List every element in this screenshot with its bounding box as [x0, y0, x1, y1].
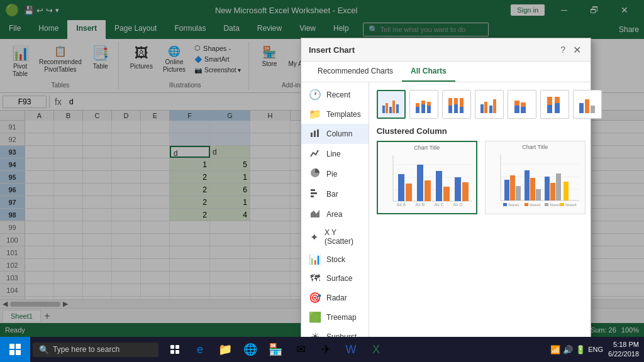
- svg-text:Ax C: Ax C: [434, 202, 443, 207]
- xy-icon: ✦: [309, 231, 319, 243]
- dialog-tab-recommended[interactable]: Recommended Charts: [309, 62, 402, 82]
- volume-icon[interactable]: 🔊: [563, 345, 573, 354]
- recent-icon: 🕐: [309, 89, 321, 101]
- svg-rect-13: [389, 107, 392, 113]
- taskbar-icons: e 📁 🌐 🏪 ✉ ✈ W X: [164, 338, 387, 361]
- taskbar-time-display: 5:18 PM: [608, 340, 639, 349]
- chart-right-panel: Clustered Column Chart Title: [369, 82, 609, 362]
- bar-label: Bar: [326, 190, 338, 199]
- chart-type-list: 🕐 Recent 📁 Templates Column Line: [301, 82, 369, 362]
- chart-type-area[interactable]: Area: [301, 204, 369, 224]
- svg-rect-52: [436, 171, 442, 201]
- svg-rect-72: [550, 183, 555, 200]
- start-button[interactable]: [0, 337, 30, 362]
- chart-type-surface[interactable]: 🗺 Surface: [301, 269, 369, 288]
- svg-rect-65: [504, 180, 509, 200]
- chart-type-stock[interactable]: 📊 Stock: [301, 250, 369, 269]
- excel-taskbar-icon[interactable]: X: [365, 338, 387, 361]
- svg-rect-18: [421, 104, 425, 113]
- dialog-tab-all-charts[interactable]: All Charts: [402, 62, 455, 82]
- taskbar-clock[interactable]: 5:18 PM 6/22/2018: [608, 340, 639, 359]
- svg-rect-2: [317, 129, 319, 137]
- chart-preview-title-2: Chart Title: [488, 144, 582, 150]
- store-taskbar-icon[interactable]: 🏪: [264, 338, 287, 361]
- telegram-icon[interactable]: ✈: [314, 338, 337, 361]
- svg-rect-83: [9, 344, 14, 349]
- svg-rect-42: [591, 106, 595, 113]
- taskbar-search-icon: 🔍: [39, 345, 49, 354]
- svg-rect-11: [382, 106, 385, 113]
- svg-rect-6: [311, 195, 314, 197]
- svg-text:Store1: Store1: [508, 203, 519, 207]
- svg-rect-19: [421, 101, 425, 104]
- insert-chart-dialog: Insert Chart ? ✕ Recommended Charts All …: [301, 38, 591, 362]
- svg-rect-29: [484, 102, 487, 113]
- svg-rect-41: [585, 99, 589, 113]
- svg-rect-30: [489, 106, 492, 113]
- chart-type-treemap[interactable]: 🟩 Treemap: [301, 307, 369, 327]
- word-icon[interactable]: W: [340, 338, 362, 361]
- explorer-icon[interactable]: 📁: [214, 338, 236, 361]
- templates-icon: 📁: [309, 108, 321, 120]
- svg-rect-17: [416, 103, 419, 107]
- chart-type-recent[interactable]: 🕐 Recent: [301, 85, 369, 104]
- svg-rect-37: [547, 97, 552, 105]
- svg-rect-54: [455, 177, 461, 201]
- taskview-icon[interactable]: [164, 338, 186, 361]
- treemap-icon: 🟩: [309, 311, 321, 323]
- svg-rect-16: [416, 107, 419, 113]
- area-icon: [309, 208, 321, 221]
- svg-rect-77: [525, 203, 528, 206]
- pie-icon: [309, 168, 321, 180]
- battery-icon[interactable]: 🔋: [575, 345, 586, 354]
- subtype-3d-stacked[interactable]: [508, 90, 536, 119]
- chart-preview-2[interactable]: Chart Title: [485, 141, 586, 214]
- svg-rect-89: [170, 350, 174, 354]
- taskbar-right: 📶 🔊 🔋 ENG 5:18 PM 6/22/2018: [550, 340, 644, 359]
- chart-preview-1[interactable]: Chart Title: [377, 141, 477, 214]
- svg-rect-53: [443, 187, 450, 201]
- svg-text:Ax D: Ax D: [453, 202, 462, 207]
- chart-preview-title-1: Chart Title: [380, 145, 474, 151]
- chart-type-templates[interactable]: 📁 Templates: [301, 104, 369, 124]
- svg-rect-28: [480, 104, 484, 113]
- svg-text:Ax A: Ax A: [397, 202, 406, 207]
- subtype-stacked[interactable]: [409, 90, 438, 119]
- mail-icon[interactable]: ✉: [289, 338, 312, 361]
- svg-rect-35: [521, 102, 526, 107]
- svg-rect-31: [493, 99, 496, 113]
- svg-rect-33: [514, 101, 519, 106]
- subtype-3d-clustered[interactable]: [475, 90, 504, 119]
- chart-type-xy[interactable]: ✦ X Y (Scatter): [301, 224, 369, 250]
- chart-type-pie[interactable]: Pie: [301, 164, 369, 184]
- svg-text:Ax B: Ax B: [415, 202, 425, 207]
- dialog-close-button[interactable]: ✕: [570, 43, 583, 56]
- chart-type-radar[interactable]: 🎯 Radar: [301, 288, 369, 307]
- dialog-help-button[interactable]: ?: [560, 45, 565, 55]
- subtype-clustered[interactable]: [377, 90, 406, 119]
- svg-rect-88: [175, 345, 179, 349]
- chart-type-bar[interactable]: Bar: [301, 184, 369, 204]
- svg-text:Store2: Store2: [530, 203, 541, 207]
- svg-rect-5: [311, 192, 317, 194]
- taskbar-date-display: 6/22/2018: [608, 349, 639, 359]
- taskbar-search[interactable]: 🔍 Type here to search: [33, 343, 158, 357]
- chrome-icon[interactable]: 🌐: [239, 338, 262, 361]
- taskbar: 🔍 Type here to search e 📁 🌐 🏪 ✉ ✈ W X 📶 …: [0, 337, 644, 362]
- language-indicator[interactable]: ENG: [588, 346, 603, 353]
- taskbar-search-placeholder: Type here to search: [53, 345, 119, 354]
- svg-rect-25: [454, 98, 458, 104]
- column-label: Column: [326, 129, 352, 138]
- edge-icon[interactable]: e: [189, 338, 211, 361]
- svg-rect-67: [516, 186, 521, 200]
- subtype-3d-column[interactable]: [573, 90, 602, 119]
- svg-rect-55: [462, 182, 469, 201]
- subtype-100pct[interactable]: [442, 90, 471, 119]
- network-icon[interactable]: 📶: [550, 345, 560, 354]
- subtype-3d-100pct[interactable]: [540, 90, 569, 119]
- pie-label: Pie: [326, 170, 337, 178]
- chart-type-column[interactable]: Column: [301, 124, 369, 144]
- svg-rect-15: [396, 104, 399, 113]
- chart-type-line[interactable]: Line: [301, 144, 369, 164]
- svg-text:Store4: Store4: [565, 203, 577, 207]
